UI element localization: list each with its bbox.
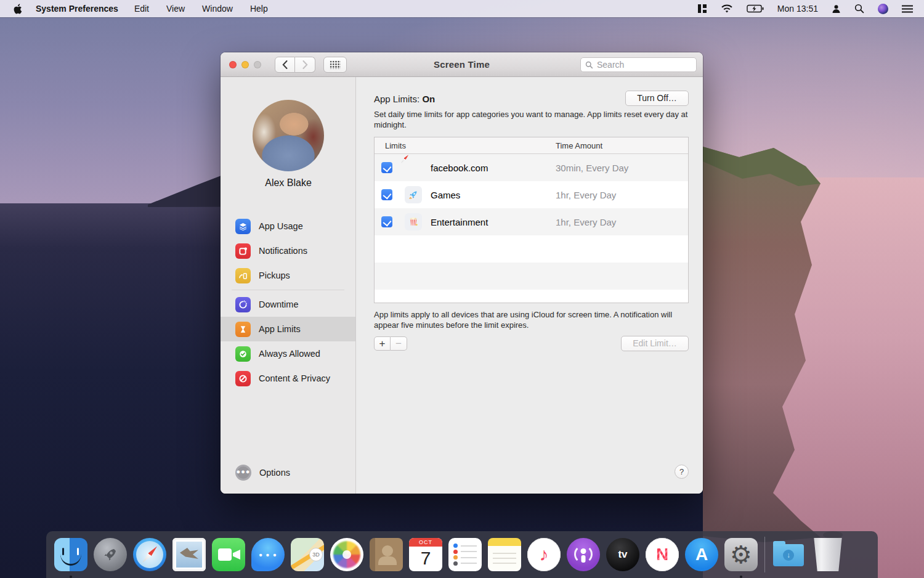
spotlight-search-icon[interactable] [854,2,864,15]
empty-row [375,263,688,290]
menu-edit[interactable]: Edit [134,4,149,14]
calendar-day: 7 [409,546,442,571]
app-limits-pane: App Limits: On Turn Off… Set daily time … [357,77,703,494]
dock-music-icon[interactable]: ♪ [524,535,564,574]
dock-system-preferences-icon[interactable]: ⚙ [721,535,761,574]
battery-icon[interactable] [747,2,764,15]
limit-name: Games [431,190,460,200]
siri-icon[interactable] [878,4,888,14]
sidebar-item-always-allowed[interactable]: Always Allowed [221,341,355,366]
notification-center-icon[interactable] [902,2,913,15]
menu-help[interactable]: Help [250,4,268,14]
table-header: Limits Time Amount [375,137,688,154]
sidebar-label: App Limits [259,324,301,334]
notifications-icon [235,243,251,259]
sidebar-label: Content & Privacy [259,373,330,383]
limit-time: 1hr, Every Day [556,190,616,200]
sidebar-item-app-limits[interactable]: App Limits [221,317,355,341]
screen-time-window: Screen Time Search Alex Blake App Usage … [221,52,703,494]
dock-messages-icon[interactable] [248,535,288,574]
sidebar-item-content-privacy[interactable]: Content & Privacy [221,366,355,391]
forward-button[interactable] [295,57,315,73]
search-field[interactable]: Search [580,57,697,72]
options-label: Options [259,468,290,478]
traffic-lights [229,61,261,68]
heading-prefix: App Limits: [374,94,419,104]
safari-compass-icon [405,159,422,176]
column-limits: Limits [385,141,406,150]
dock-safari-icon[interactable] [130,535,169,574]
menu-view[interactable]: View [166,4,185,14]
row-checkbox[interactable] [381,216,392,227]
limit-name: Entertainment [431,217,488,227]
dock-finder-icon[interactable] [51,535,91,574]
options-icon: ●●● [235,465,251,481]
sidebar-item-pickups[interactable]: Pickups [221,263,355,288]
back-button[interactable] [275,57,295,73]
news-glyph: N [656,545,668,564]
rocket-icon [405,186,422,203]
remove-limit-button[interactable]: − [391,336,407,351]
dock-apple-tv-icon[interactable]: tv [603,535,642,574]
pane-heading: App Limits: On [374,94,435,104]
dock-separator [764,537,765,572]
dock-launchpad-icon[interactable] [91,535,130,574]
title-bar[interactable]: Screen Time Search [221,52,703,77]
edit-limit-button[interactable]: Edit Limit… [621,336,689,351]
dock-contacts-icon[interactable] [367,535,406,574]
row-checkbox[interactable] [381,189,392,200]
sidebar-label: Always Allowed [259,349,320,359]
user-switch-icon[interactable] [832,2,841,15]
add-limit-button[interactable]: + [374,336,391,351]
sidebar-divider [232,290,344,290]
dock-app-store-icon[interactable]: A [682,535,721,574]
dock-facetime-icon[interactable] [209,535,248,574]
content-privacy-icon [235,371,251,386]
sidebar-label: Notifications [259,246,307,256]
dock-photos-icon[interactable] [327,535,367,574]
active-app-name[interactable]: System Preferences [36,4,118,14]
pane-footnote: App limits apply to all devices that are… [374,310,689,330]
sidebar-label: App Usage [259,221,303,231]
table-row-games[interactable]: Games 1hr, Every Day [375,181,688,208]
menu-window[interactable]: Window [202,4,233,14]
sidebar-item-downtime[interactable]: Downtime [221,292,355,317]
dock-news-icon[interactable]: N [642,535,682,574]
music-note-glyph: ♪ [540,544,549,565]
dock-mail-icon[interactable] [169,535,209,574]
close-button[interactable] [229,61,237,68]
sidebar-item-app-usage[interactable]: App Usage [221,214,355,238]
help-button[interactable]: ? [675,465,689,479]
add-remove-control: + − [374,336,407,351]
dock-downloads-icon[interactable]: ↓ [769,535,808,574]
pane-description: Set daily time limits for app categories… [374,110,689,130]
dock-calendar-icon[interactable]: OCT 7 [406,535,445,574]
sidebar-item-notifications[interactable]: Notifications [221,238,355,263]
user-avatar[interactable] [253,100,324,171]
zoom-button[interactable] [254,61,261,68]
empty-row [375,235,688,263]
table-row-entertainment[interactable]: Entertainment 1hr, Every Day [375,208,688,235]
dock-notes-icon[interactable] [485,535,524,574]
wifi-icon[interactable] [721,2,733,15]
dock-podcasts-icon[interactable] [564,535,603,574]
dock-reminders-icon[interactable] [445,535,485,574]
dock-maps-icon[interactable] [288,535,327,574]
dock-trash-icon[interactable] [808,535,848,574]
sidebar-item-options[interactable]: ●●● Options [221,460,355,485]
minimize-button[interactable] [241,61,249,68]
popcorn-icon [405,213,422,230]
calendar-month: OCT [409,538,442,547]
show-all-preferences-button[interactable] [323,57,347,73]
blocks-status-icon[interactable] [697,2,707,15]
app-usage-icon [235,219,251,234]
sidebar-label: Pickups [259,271,290,280]
limit-name: facebook.com [431,163,488,173]
turn-off-button[interactable]: Turn Off… [625,91,689,106]
menu-bar-clock[interactable]: Mon 13:51 [777,4,818,14]
downtime-icon [235,297,251,312]
app-limits-icon [235,322,251,337]
table-row-facebook[interactable]: facebook.com 30min, Every Day [375,154,688,181]
row-checkbox[interactable] [381,162,392,173]
apple-menu-icon[interactable] [14,4,23,14]
